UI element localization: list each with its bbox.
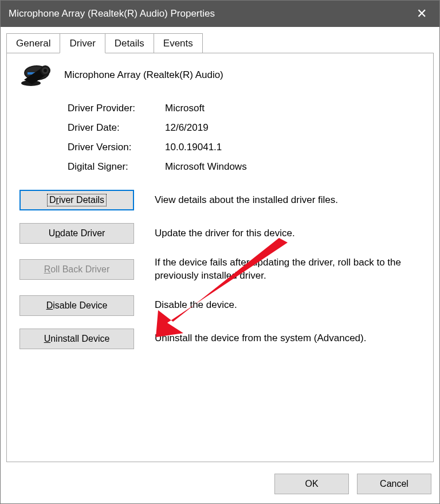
rollback-driver-desc: If the device fails after updating the d… <box>155 256 421 283</box>
action-row-disable: Disable Device Disable the device. <box>19 295 421 316</box>
disable-device-button[interactable]: Disable Device <box>19 295 134 316</box>
close-icon[interactable]: ✕ <box>412 6 431 21</box>
driver-details-desc: View details about the installed driver … <box>155 194 421 207</box>
action-row-uninstall: Uninstall Device Uninstall the device fr… <box>19 329 421 349</box>
device-header: Microphone Array (Realtek(R) Audio) <box>19 64 421 87</box>
date-value: 12/6/2019 <box>165 122 421 134</box>
tab-driver[interactable]: Driver <box>60 33 105 53</box>
driver-tab-panel: Microphone Array (Realtek(R) Audio) Driv… <box>6 53 434 462</box>
window-title: Microphone Array (Realtek(R) Audio) Prop… <box>9 8 412 19</box>
dialog-buttons: OK Cancel <box>1 468 439 503</box>
driver-info-grid: Driver Provider: Microsoft Driver Date: … <box>68 103 421 173</box>
webcam-icon <box>19 64 54 87</box>
driver-details-button[interactable]: Driver Details <box>19 190 134 210</box>
svg-point-6 <box>44 69 47 72</box>
disable-device-desc: Disable the device. <box>155 299 421 312</box>
cancel-button[interactable]: Cancel <box>357 474 431 494</box>
update-driver-desc: Update the driver for this device. <box>155 227 421 240</box>
update-driver-button[interactable]: Update Driver <box>19 223 134 244</box>
version-value: 10.0.19041.1 <box>165 142 421 153</box>
action-row-update-driver: Update Driver Update the driver for this… <box>19 223 421 244</box>
action-row-rollback: Roll Back Driver If the device fails aft… <box>19 256 421 283</box>
action-row-driver-details: Driver Details View details about the in… <box>19 190 421 210</box>
tab-general[interactable]: General <box>6 33 60 53</box>
uninstall-device-desc: Uninstall the device from the system (Ad… <box>155 332 421 345</box>
signer-value: Microsoft Windows <box>165 161 421 173</box>
version-label: Driver Version: <box>68 142 165 153</box>
titlebar: Microphone Array (Realtek(R) Audio) Prop… <box>1 1 439 27</box>
tab-bar: General Driver Details Events <box>1 27 439 53</box>
ok-button[interactable]: OK <box>274 474 349 494</box>
properties-dialog: Microphone Array (Realtek(R) Audio) Prop… <box>0 0 440 504</box>
signer-label: Digital Signer: <box>68 161 165 173</box>
tab-events[interactable]: Events <box>154 33 203 53</box>
tab-details[interactable]: Details <box>105 33 154 53</box>
provider-value: Microsoft <box>165 103 421 114</box>
rollback-driver-button: Roll Back Driver <box>19 259 134 280</box>
date-label: Driver Date: <box>68 122 165 134</box>
device-name: Microphone Array (Realtek(R) Audio) <box>64 69 223 81</box>
provider-label: Driver Provider: <box>68 103 165 114</box>
uninstall-device-button[interactable]: Uninstall Device <box>19 329 134 349</box>
